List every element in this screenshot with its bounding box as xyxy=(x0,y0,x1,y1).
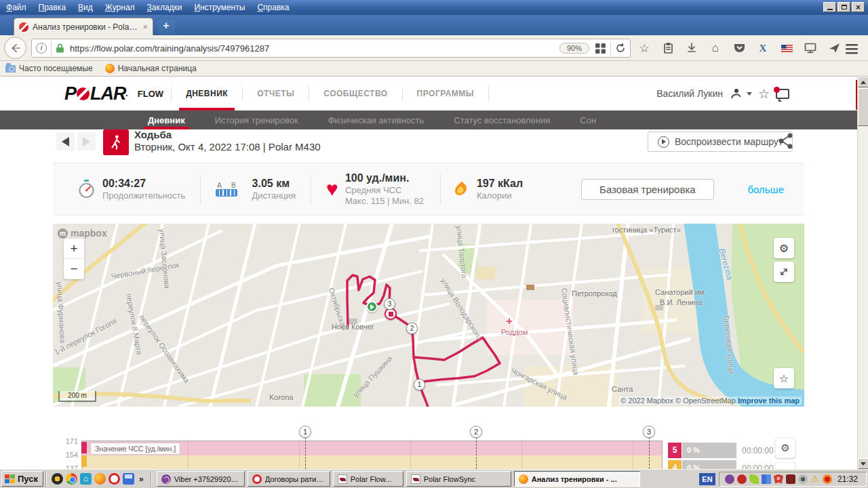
home-icon[interactable]: ⌂ xyxy=(707,40,724,56)
red-status-icon[interactable] xyxy=(737,474,747,484)
scrollbar-thumb[interactable] xyxy=(858,88,868,126)
subnav-activity[interactable]: Физическая активность xyxy=(328,110,425,129)
back-button[interactable] xyxy=(4,37,26,59)
chart-button-partial[interactable] xyxy=(775,462,795,469)
viber-tray-icon[interactable] xyxy=(725,474,734,484)
language-indicator[interactable]: EN xyxy=(699,473,715,485)
subnav-recovery[interactable]: Статус восстановления xyxy=(454,110,550,129)
scroll-up-button[interactable] xyxy=(858,77,868,87)
taskbar-clock[interactable]: 21:32 xyxy=(835,474,861,484)
x-extension-icon[interactable]: X xyxy=(755,40,771,56)
task-viber[interactable]: Viber +375299201085 xyxy=(157,471,245,487)
subnav-history[interactable]: История тренировок xyxy=(215,110,298,129)
lime-icon[interactable] xyxy=(749,474,759,484)
mapbox-attribution-link[interactable]: © 2022 Mapbox xyxy=(620,396,673,405)
drweb-icon[interactable] xyxy=(823,474,832,484)
firefox-icon[interactable] xyxy=(94,473,106,485)
training-benefit-button[interactable]: Базовая тренировка xyxy=(581,179,714,200)
bookmark-home[interactable]: Начальная страница xyxy=(105,64,197,73)
clipboard-icon[interactable] xyxy=(660,40,676,56)
user-menu[interactable]: Василий Лукин ☆ xyxy=(656,77,789,110)
map-settings-button[interactable]: ⚙ xyxy=(774,238,794,258)
reload-icon[interactable] xyxy=(615,43,626,54)
subnav-sleep[interactable]: Сон xyxy=(580,110,596,129)
zoom-indicator[interactable]: 90% xyxy=(559,43,589,54)
opera-icon[interactable] xyxy=(108,473,120,485)
subnav-diary[interactable]: Дневник xyxy=(148,110,185,129)
polar-logo[interactable]: PLAR. xyxy=(64,77,127,110)
prev-session-button[interactable] xyxy=(56,132,75,150)
share-button[interactable] xyxy=(778,133,793,152)
next-session-button[interactable] xyxy=(77,132,96,150)
plugin-icon[interactable] xyxy=(762,474,771,484)
send-icon[interactable] xyxy=(826,40,842,56)
map-fullscreen-button[interactable] xyxy=(774,262,794,282)
more-link[interactable]: больше xyxy=(747,184,784,195)
bookmark-star-icon[interactable]: ☆ xyxy=(636,40,652,56)
url-text[interactable]: https://flow.polar.com/training/analysis… xyxy=(70,43,559,54)
menu-icon[interactable] xyxy=(844,41,860,57)
chart-settings-button[interactable]: ⚙ xyxy=(775,438,795,458)
chrome-icon[interactable] xyxy=(66,473,77,485)
favorites-star-icon[interactable]: ☆ xyxy=(758,86,770,102)
new-tab-button[interactable]: + xyxy=(157,20,175,35)
mapbox-logo[interactable]: m mapbox xyxy=(58,228,107,239)
nav-reports[interactable]: ОТЧЕТЫ xyxy=(250,77,301,110)
bookmarks-bar: Часто посещаемые Начальная страница xyxy=(0,61,868,77)
guard-icon[interactable] xyxy=(786,474,795,484)
daemon-tools-icon[interactable] xyxy=(52,473,63,485)
page-scrollbar[interactable] xyxy=(857,77,868,469)
nav-community[interactable]: СООБЩЕСТВО xyxy=(317,77,394,110)
menu-help[interactable]: Справка xyxy=(251,3,295,12)
task-polar-flowsync[interactable]: Polar FlowSync xyxy=(406,471,511,487)
bookmark-frequent[interactable]: Часто посещаемые xyxy=(5,64,93,73)
menu-history[interactable]: Журнал xyxy=(99,3,141,12)
replay-route-button[interactable]: Воспроизвести маршрут xyxy=(648,131,793,152)
close-icon: × xyxy=(856,3,861,12)
menu-bookmarks[interactable]: Закладки xyxy=(141,3,189,12)
us-flag-icon[interactable] xyxy=(778,40,795,56)
menu-tools[interactable]: Инструменты xyxy=(189,3,252,12)
start-button[interactable]: Пуск xyxy=(1,471,43,487)
warning-icon[interactable]: ⚠ xyxy=(810,474,820,484)
task-firefox-active[interactable]: Анализ тренировки - ... xyxy=(514,471,640,487)
url-bar[interactable]: i https://flow.polar.com/training/analys… xyxy=(31,39,631,58)
map-favorite-button[interactable]: ☆ xyxy=(774,368,794,388)
nav-programs[interactable]: ПРОГРАММЫ xyxy=(410,77,481,110)
zoom-in-button[interactable]: + xyxy=(64,239,84,259)
blue-app-icon[interactable]: ⌂ xyxy=(80,473,92,485)
route-map[interactable]: улица Фурманова 1-й переулок Гоголя Черв… xyxy=(53,224,804,407)
scroll-down-button[interactable] xyxy=(858,458,868,469)
star-icon: ☆ xyxy=(779,372,789,385)
menu-edit[interactable]: Правка xyxy=(33,3,73,12)
gear-icon: ⚙ xyxy=(781,442,789,454)
site-info-icon[interactable]: i xyxy=(36,43,47,54)
shield-alert-icon[interactable]: × xyxy=(774,474,783,484)
menu-file[interactable]: Файл xyxy=(0,3,33,12)
restore-button[interactable] xyxy=(837,2,850,12)
tab-close-icon[interactable]: × xyxy=(142,22,148,32)
logo-text: . xyxy=(126,89,127,98)
display-icon[interactable] xyxy=(802,40,818,56)
save-icon[interactable] xyxy=(123,473,134,485)
divider xyxy=(200,174,201,204)
menu-view[interactable]: Вид xyxy=(72,3,99,12)
flame-icon xyxy=(452,181,469,197)
osm-attribution-link[interactable]: © OpenStreetMap xyxy=(675,396,736,405)
task-polar-flow[interactable]: Polar Flow... xyxy=(333,471,403,487)
task-opera-document[interactable]: Договоры ратифициро... xyxy=(248,471,330,487)
minimize-icon xyxy=(827,9,833,10)
browser-tab[interactable]: Анализ тренировки - Polar F... × xyxy=(14,18,153,35)
notifications-icon[interactable] xyxy=(776,89,789,99)
nav-diary[interactable]: ДНЕВНИК xyxy=(179,77,235,110)
zoom-out-button[interactable]: − xyxy=(64,259,84,279)
minimize-button[interactable] xyxy=(823,2,836,12)
improve-map-link[interactable]: Improve this map xyxy=(738,396,800,405)
pocket-icon[interactable] xyxy=(731,40,747,56)
tiles-icon[interactable] xyxy=(595,43,606,54)
close-button[interactable]: × xyxy=(852,2,865,12)
screen: Файл Правка Вид Журнал Закладки Инструме… xyxy=(0,0,868,488)
webcam-icon[interactable] xyxy=(798,474,808,484)
download-icon[interactable] xyxy=(684,40,700,56)
quick-launch-overflow[interactable]: » xyxy=(137,474,146,484)
